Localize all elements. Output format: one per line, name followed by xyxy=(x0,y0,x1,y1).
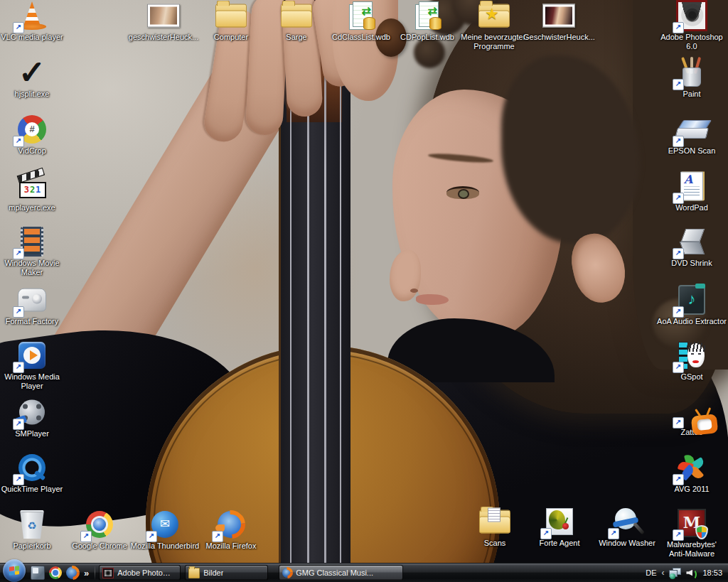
windows-flag-icon xyxy=(9,566,19,575)
checkmark-icon: ✓ xyxy=(18,57,46,88)
shortcut-arrow-icon: ↗ xyxy=(673,474,684,485)
paper-icon xyxy=(488,508,500,522)
firefox-window-icon xyxy=(282,568,292,578)
desktop-icon-thunderbird[interactable]: ✉↗ Mozilla Thunderbird xyxy=(129,509,200,551)
desktop-icon-mplayerc[interactable]: 321 mplayerc.exe xyxy=(0,171,65,212)
shortcut-arrow-icon: ↗ xyxy=(146,531,157,542)
desktop-icon-firefox[interactable]: ↗ Mozilla Firefox xyxy=(198,509,264,551)
lips xyxy=(416,294,449,305)
icon-label: Scans xyxy=(462,539,528,548)
folder-window-icon xyxy=(188,568,200,578)
shortcut-arrow-icon: ↗ xyxy=(673,136,684,147)
icon-label: WordPad xyxy=(659,203,724,212)
volume-icon[interactable] xyxy=(686,568,697,578)
firefox-quicklaunch-icon[interactable] xyxy=(66,566,79,579)
desktop-icon-sarge[interactable]: Sarge xyxy=(264,0,329,42)
icon-label: SMPlayer xyxy=(0,429,65,438)
desktop-icon-hjsplit[interactable]: ✓ hjsplit.exe xyxy=(0,57,65,99)
icon-label: DVD Shrink xyxy=(659,259,724,268)
quicklaunch-overflow-chevron[interactable]: » xyxy=(84,568,89,578)
desktop-icon-wmp[interactable]: ↗ Windows Media Player xyxy=(0,340,65,391)
shortcut-arrow-icon: ↗ xyxy=(673,248,684,259)
start-button[interactable] xyxy=(3,559,26,582)
taskbar-window-gmg[interactable]: GMG Classical Musi... xyxy=(279,565,403,581)
icon-label: GSpot xyxy=(659,372,724,382)
shortcut-arrow-icon: ↗ xyxy=(13,22,24,33)
desktop-icon-quicktime[interactable]: ↗ QuickTime Player xyxy=(0,452,65,494)
icon-label: AVG 2011 xyxy=(659,485,724,494)
window-button-label: GMG Classical Musi... xyxy=(296,568,373,577)
icon-label: Forte Agent xyxy=(527,539,592,548)
shortcut-arrow-icon: ↗ xyxy=(13,474,24,485)
shortcut-arrow-icon: ↗ xyxy=(673,529,684,541)
desktop-icon-zattoo[interactable]: ↗ Zattoo xyxy=(659,395,724,437)
clock[interactable]: 18:53 xyxy=(702,568,722,577)
icon-label: Papierkorb xyxy=(0,541,65,551)
icon-label: EPSON Scan xyxy=(655,146,728,156)
shortcut-arrow-icon: ↗ xyxy=(13,136,24,147)
photoshop-window-icon xyxy=(102,568,114,578)
network-icon[interactable] xyxy=(669,568,681,578)
desktop-icon-vlc[interactable]: ↗ VLC media player xyxy=(0,0,65,42)
desktop-icon-aoa[interactable]: ♪↗ AoA Audio Extractor xyxy=(652,284,728,326)
taskbar: » Adobe Photoshop Bilder GMG Classical M… xyxy=(0,563,728,582)
favorites-folder-icon: ★ xyxy=(478,4,510,28)
icon-label: Mozilla Firefox xyxy=(198,541,264,551)
desktop-icon-avg[interactable]: ↗ AVG 2011 xyxy=(659,452,724,494)
desktop-icon-papierkorb[interactable]: ♻ Papierkorb xyxy=(0,509,65,551)
icon-label: mplayerc.exe xyxy=(0,203,65,212)
shortcut-arrow-icon: ↗ xyxy=(673,362,684,373)
database-doc-icon: ⇄ xyxy=(348,1,374,30)
shield-icon xyxy=(695,525,708,539)
icon-label: geschwisterHeuck... xyxy=(128,33,199,42)
photo-thumbnail-icon xyxy=(542,4,575,28)
window-button-label: Bilder xyxy=(203,568,223,577)
show-desktop-icon[interactable] xyxy=(31,566,45,580)
desktop-icon-cdclasslist[interactable]: ⇄ CdClassList.wdb xyxy=(328,0,394,42)
star-icon: ★ xyxy=(485,5,499,23)
taskbar-window-photoshop[interactable]: Adobe Photoshop xyxy=(99,565,181,581)
icon-label: QuickTime Player xyxy=(0,485,65,494)
desktop-icon-dvdshrink[interactable]: ↗ DVD Shrink xyxy=(659,226,724,268)
nostril xyxy=(410,289,418,293)
photo-thumbnail-icon xyxy=(147,4,180,28)
desktop-icon-windowwasher[interactable]: ↗ Window Washer xyxy=(594,506,660,548)
desktop-icon-geschwister1[interactable]: geschwisterHeuck... xyxy=(128,0,199,42)
desktop-icon-epsonscan[interactable]: ↗ EPSON Scan xyxy=(655,114,728,156)
desktop-icon-smplayer[interactable]: ↗ SMPlayer xyxy=(0,397,65,438)
folder-icon xyxy=(281,4,312,28)
desktop-icon-scans[interactable]: Scans xyxy=(462,506,528,548)
shortcut-arrow-icon: ↗ xyxy=(13,306,24,318)
desktop-icon-wordpad[interactable]: A↗ WordPad xyxy=(659,171,724,212)
desktop-icon-vidcrop[interactable]: #↗ VidCrop xyxy=(0,114,65,156)
language-indicator[interactable]: DE xyxy=(646,568,656,577)
shortcut-arrow-icon: ↗ xyxy=(80,531,92,542)
desktop-icon-mbam[interactable]: M↗ Malwarebytes' Anti-Malware xyxy=(659,507,724,559)
folder-icon xyxy=(479,510,510,534)
window-button-label: Adobe Photoshop xyxy=(117,568,174,577)
tray-collapse-chevron[interactable]: ‹ xyxy=(661,568,664,578)
desktop-icon-chrome[interactable]: ↗ Google Chrome xyxy=(67,509,132,551)
shortcut-arrow-icon: ↗ xyxy=(540,528,552,539)
desktop-icon-moviemaker[interactable]: ↗ Windows Movie Maker xyxy=(0,226,65,277)
shortcut-arrow-icon: ↗ xyxy=(673,306,684,318)
chrome-quicklaunch-icon[interactable] xyxy=(49,566,62,579)
desktop-icon-paint[interactable]: ↗ Paint xyxy=(659,57,724,99)
shortcut-arrow-icon: ↗ xyxy=(13,248,24,259)
icon-label: Paint xyxy=(659,90,724,99)
desktop-icon-forteagent[interactable]: ↗ Forte Agent xyxy=(527,506,592,548)
shortcut-arrow-icon: ↗ xyxy=(608,528,619,539)
icon-label: GeschwisterHeuck... xyxy=(523,33,594,42)
desktop-icon-geschwister2[interactable]: GeschwisterHeuck... xyxy=(523,0,594,42)
desktop-icon-photoshop[interactable]: ↗ Adobe Photoshop 6.0 xyxy=(659,0,724,51)
icon-label: Mozilla Thunderbird xyxy=(129,541,200,551)
system-tray: DE ‹ 18:53 xyxy=(646,568,728,578)
icon-label: AoA Audio Extractor xyxy=(652,317,728,326)
desktop-icon-computer[interactable]: Computer xyxy=(198,0,264,42)
shortcut-arrow-icon: ↗ xyxy=(212,531,223,542)
desktop-icon-gspot[interactable]: ↗ GSpot xyxy=(659,340,724,382)
desktop-icon-formatfactory[interactable]: ↗ Format Factory xyxy=(0,284,65,326)
taskbar-window-bilder[interactable]: Bilder xyxy=(185,565,268,581)
clapperboard-icon: 321 xyxy=(18,174,46,198)
recycle-bin-icon: ♻ xyxy=(20,510,44,539)
